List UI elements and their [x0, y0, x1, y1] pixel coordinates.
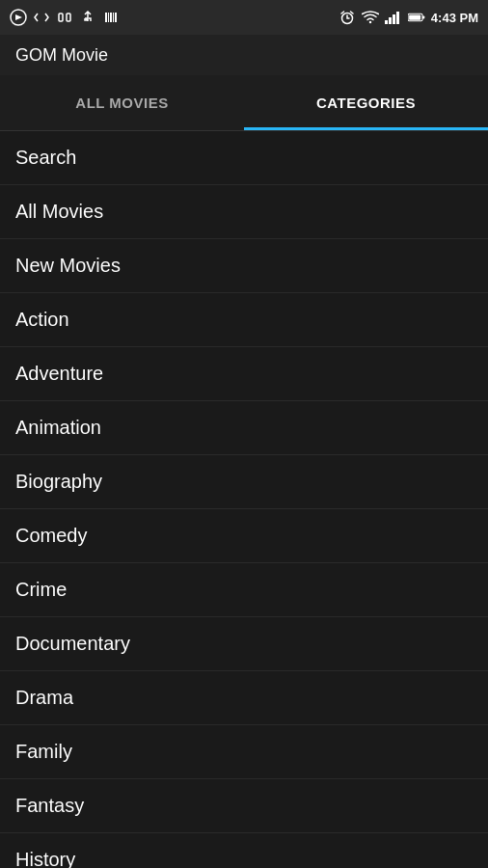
svg-rect-2 [67, 14, 70, 21]
brackets-icon [56, 9, 73, 26]
battery-icon [408, 9, 425, 26]
svg-rect-10 [389, 17, 392, 24]
svg-rect-15 [409, 14, 420, 19]
status-bar-right-icons: 4:43 PM [339, 9, 478, 26]
svg-rect-11 [393, 14, 395, 24]
barcode-icon [102, 9, 120, 26]
list-item-action[interactable]: Action [0, 293, 488, 347]
svg-rect-6 [113, 13, 114, 22]
list-item-drama[interactable]: Drama [0, 671, 488, 725]
svg-rect-3 [105, 13, 107, 22]
code-icon [33, 9, 50, 26]
tab-bar: ALL MOVIES CATEGORIES [0, 75, 488, 131]
list-item-history[interactable]: History [0, 833, 488, 868]
list-item-animation[interactable]: Animation [0, 401, 488, 455]
list-item-crime[interactable]: Crime [0, 563, 488, 617]
signal-icon [385, 9, 402, 26]
list-item-family[interactable]: Family [0, 725, 488, 779]
status-time: 4:43 PM [431, 11, 478, 25]
svg-rect-4 [108, 13, 109, 22]
svg-rect-5 [110, 13, 112, 22]
app-icon [10, 9, 27, 26]
alarm-icon [339, 9, 356, 26]
list-item-documentary[interactable]: Documentary [0, 617, 488, 671]
list-item-biography[interactable]: Biography [0, 455, 488, 509]
status-bar-left-icons [10, 9, 120, 26]
app-title: GOM Movie [15, 45, 108, 66]
status-bar: 4:43 PM [0, 0, 488, 35]
list-item-new-movies[interactable]: New Movies [0, 239, 488, 293]
list-item-fantasy[interactable]: Fantasy [0, 779, 488, 833]
list-item-comedy[interactable]: Comedy [0, 509, 488, 563]
app-title-bar: GOM Movie [0, 35, 488, 75]
list-item-all-movies[interactable]: All Movies [0, 185, 488, 239]
svg-rect-14 [422, 16, 424, 19]
tab-all-movies[interactable]: ALL MOVIES [0, 75, 244, 130]
categories-list: Search All Movies New Movies Action Adve… [0, 131, 488, 868]
svg-rect-9 [385, 20, 388, 24]
list-item-adventure[interactable]: Adventure [0, 347, 488, 401]
wifi-icon [362, 9, 379, 26]
svg-rect-12 [396, 12, 399, 24]
list-item-search[interactable]: Search [0, 131, 488, 185]
svg-rect-1 [59, 14, 63, 21]
usb-icon [79, 9, 96, 26]
svg-rect-7 [115, 13, 117, 22]
tab-categories[interactable]: CATEGORIES [244, 75, 488, 130]
